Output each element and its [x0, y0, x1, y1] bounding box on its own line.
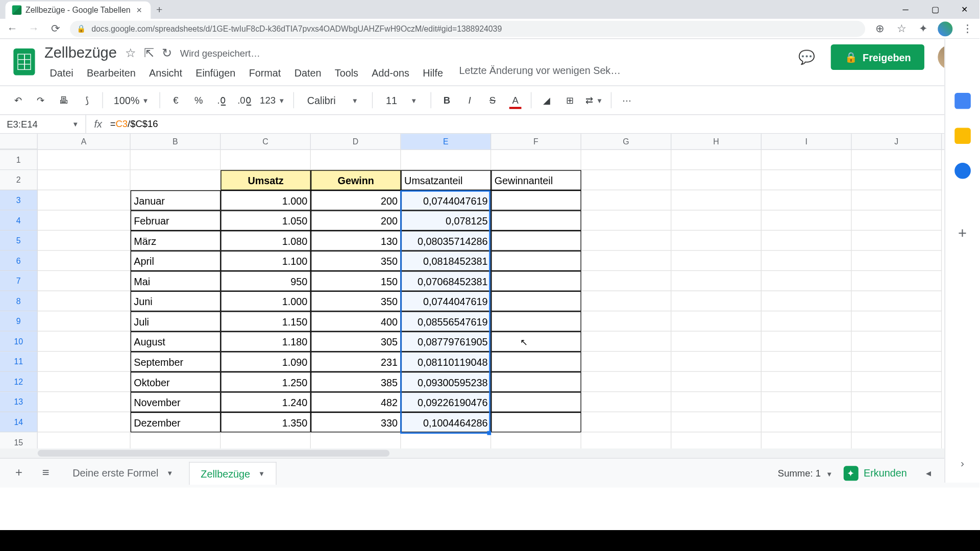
cell[interactable]: 1.240	[220, 392, 311, 412]
row-header[interactable]: 6	[0, 251, 38, 271]
col-header-A[interactable]: A	[38, 134, 131, 149]
cell[interactable]: 482	[311, 392, 401, 412]
cell[interactable]: Umsatzanteil	[401, 170, 492, 190]
cell[interactable]	[852, 211, 942, 231]
sheets-logo[interactable]	[11, 44, 38, 80]
cell[interactable]	[491, 412, 581, 433]
cell[interactable]: 0,0818452381	[401, 251, 492, 271]
cell[interactable]	[762, 392, 852, 412]
summary-dropdown[interactable]: Summe: 1 ▼	[778, 468, 833, 479]
cell[interactable]	[38, 352, 131, 372]
cell[interactable]: 200	[311, 211, 401, 231]
cell[interactable]	[852, 190, 942, 211]
formula-input[interactable]: =C3/$C$16	[110, 118, 158, 130]
cell[interactable]: 0,08110119048	[401, 352, 492, 372]
fill-handle[interactable]	[487, 431, 491, 435]
cell[interactable]: 0,0744047619	[401, 291, 492, 312]
row-header[interactable]: 8	[0, 291, 38, 312]
cell[interactable]	[762, 291, 852, 312]
spreadsheet-grid[interactable]: ABCDEFGHIJ 12UmsatzGewinnUmsatzanteilGew…	[0, 134, 970, 448]
url-input[interactable]: 🔒 docs.google.com/spreadsheets/d/1GE-twI…	[70, 20, 865, 37]
cell[interactable]: Januar	[131, 190, 221, 211]
increase-decimal-button[interactable]: .00̲	[234, 90, 255, 111]
back-button[interactable]: ←	[6, 22, 19, 35]
row-header[interactable]: 11	[0, 352, 38, 372]
cell[interactable]: 0,09300595238	[401, 372, 492, 392]
cell[interactable]	[671, 412, 762, 433]
cell[interactable]	[581, 432, 672, 448]
cell[interactable]	[581, 352, 672, 372]
cell[interactable]: 1.180	[220, 332, 311, 352]
cell[interactable]: Umsatz	[220, 170, 311, 190]
cell[interactable]: 0,08035714286	[401, 231, 492, 251]
cell[interactable]	[491, 271, 581, 291]
cell[interactable]: 400	[311, 311, 401, 332]
reload-button[interactable]: ⟳	[48, 22, 62, 35]
horizontal-scrollbar[interactable]	[0, 448, 944, 458]
cell[interactable]	[671, 211, 762, 231]
share-button[interactable]: 🔒 Freigeben	[831, 44, 924, 70]
fill-color-button[interactable]: ◢	[537, 90, 557, 111]
cell[interactable]	[762, 211, 852, 231]
profile-avatar[interactable]	[938, 21, 952, 36]
cell[interactable]: Mai	[131, 271, 221, 291]
cell[interactable]	[491, 291, 581, 312]
cell[interactable]	[581, 170, 672, 190]
cell[interactable]	[581, 412, 672, 433]
cell[interactable]	[852, 251, 942, 271]
row-header[interactable]: 13	[0, 392, 38, 412]
cell[interactable]	[762, 372, 852, 392]
new-tab-button[interactable]: +	[151, 2, 168, 19]
add-sheet-button[interactable]: +	[8, 462, 30, 484]
cell[interactable]	[220, 150, 311, 170]
cell[interactable]: Dezember	[131, 412, 221, 433]
cell[interactable]	[852, 271, 942, 291]
cell[interactable]	[581, 150, 672, 170]
italic-button[interactable]: I	[459, 90, 480, 111]
col-header-D[interactable]: D	[311, 134, 401, 149]
cell[interactable]	[762, 190, 852, 211]
cell[interactable]	[762, 412, 852, 433]
cell[interactable]	[762, 251, 852, 271]
explore-button[interactable]: ✦ Erkunden	[843, 466, 906, 481]
cell[interactable]	[762, 332, 852, 352]
menu-data[interactable]: Daten	[289, 65, 327, 82]
cell[interactable]	[38, 190, 131, 211]
text-color-button[interactable]: A	[505, 90, 526, 111]
cell[interactable]	[131, 150, 221, 170]
row-header[interactable]: 10	[0, 332, 38, 352]
cell[interactable]: 0,08779761905	[401, 332, 492, 352]
cell[interactable]	[581, 291, 672, 312]
row-header[interactable]: 3	[0, 190, 38, 211]
cell[interactable]	[491, 190, 581, 211]
cell[interactable]	[671, 432, 762, 448]
row-header[interactable]: 2	[0, 170, 38, 190]
cell[interactable]	[491, 332, 581, 352]
cell[interactable]	[852, 150, 942, 170]
cell[interactable]	[581, 372, 672, 392]
cell[interactable]	[762, 432, 852, 448]
row-header[interactable]: 12	[0, 372, 38, 392]
menu-tools[interactable]: Tools	[329, 65, 363, 82]
cell[interactable]: Gewinnanteil	[491, 170, 581, 190]
cell[interactable]: 231	[311, 352, 401, 372]
tasks-icon[interactable]	[954, 163, 971, 179]
cell[interactable]	[852, 352, 942, 372]
cell[interactable]	[852, 392, 942, 412]
cell[interactable]	[38, 332, 131, 352]
cell[interactable]: 385	[311, 372, 401, 392]
cell[interactable]: November	[131, 392, 221, 412]
cell[interactable]: Gewinn	[311, 170, 401, 190]
cell[interactable]: 1.000	[220, 291, 311, 312]
cell[interactable]	[581, 392, 672, 412]
extensions-icon[interactable]: ✦	[916, 22, 929, 35]
add-addon-icon[interactable]: +	[958, 224, 967, 242]
cell[interactable]: 1.080	[220, 231, 311, 251]
zoom-icon[interactable]: ⊕	[873, 22, 887, 35]
cell[interactable]	[38, 231, 131, 251]
cell[interactable]	[581, 332, 672, 352]
cell[interactable]	[671, 231, 762, 251]
cell[interactable]	[581, 311, 672, 332]
cell[interactable]: 1.100	[220, 251, 311, 271]
cell[interactable]	[852, 170, 942, 190]
